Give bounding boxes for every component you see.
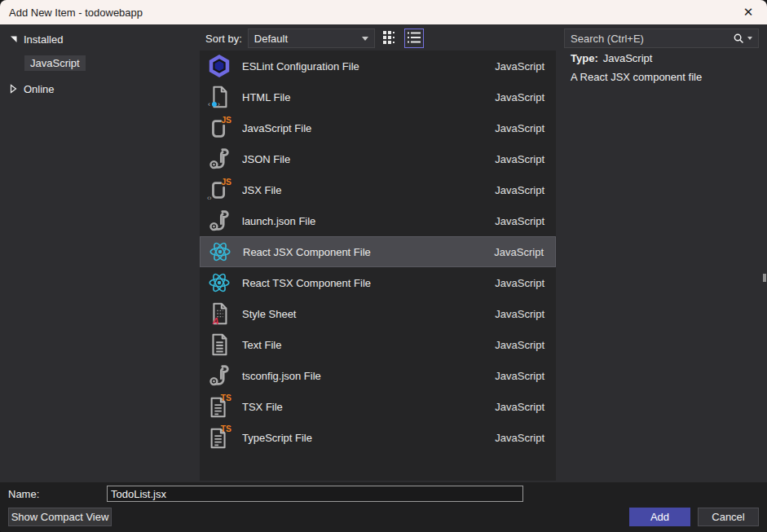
sort-by-label: Sort by: xyxy=(205,33,242,45)
template-list-row[interactable]: tsconfig.json File JavaScript xyxy=(200,360,556,391)
template-tree-sidebar: Installed JavaScript Online xyxy=(0,24,200,482)
template-category: JavaScript xyxy=(495,339,544,351)
template-list-row[interactable]: JS JavaScript File JavaScript xyxy=(200,112,556,143)
template-name: ESLint Configuration File xyxy=(242,60,495,73)
template-name: React TSX Component File xyxy=(242,277,495,289)
dialog-title: Add New Item - todowebapp xyxy=(0,7,143,19)
html-file-icon: ‹› xyxy=(206,84,232,110)
svg-text:TS: TS xyxy=(221,394,231,402)
template-category: JavaScript xyxy=(495,277,544,289)
name-input[interactable] xyxy=(107,486,523,502)
template-category: JavaScript xyxy=(495,153,544,165)
template-name: React JSX Component File xyxy=(243,246,494,258)
template-name: Style Sheet xyxy=(242,308,495,320)
add-new-item-dialog: Add New Item - todowebapp ✕ Installed Ja… xyxy=(0,0,767,532)
template-category: JavaScript xyxy=(495,432,544,444)
template-list-row[interactable]: launch.json File JavaScript xyxy=(200,205,556,236)
template-list-row[interactable]: React JSX Component File JavaScript xyxy=(200,236,556,267)
template-category: JavaScript xyxy=(495,308,544,320)
show-compact-view-button[interactable]: Show Compact View xyxy=(8,508,112,526)
template-category: JavaScript xyxy=(495,184,544,196)
style-sheet-icon: A xyxy=(206,301,232,327)
template-name: JSON File xyxy=(242,153,495,165)
svg-text:‹: ‹ xyxy=(208,100,210,108)
expanded-triangle-icon xyxy=(8,34,18,44)
template-category: JavaScript xyxy=(495,370,544,382)
scrollbar-thumb[interactable] xyxy=(763,274,766,282)
sort-dropdown[interactable]: Default xyxy=(248,29,375,48)
medium-icons-view-icon xyxy=(381,29,398,48)
sidebar-item-installed[interactable]: Installed xyxy=(8,31,200,47)
svg-text:A: A xyxy=(212,316,219,326)
sidebar-item-label: Online xyxy=(24,83,55,95)
react-icon xyxy=(207,239,233,265)
sidebar-item-javascript[interactable]: JavaScript xyxy=(24,55,200,71)
template-description: A React JSX component file xyxy=(571,71,762,83)
list-view-icon xyxy=(406,29,422,48)
name-label: Name: xyxy=(8,488,39,500)
template-list-row[interactable]: A Style Sheet JavaScript xyxy=(200,298,556,329)
list-view-button[interactable] xyxy=(404,29,424,48)
eslint-icon xyxy=(206,53,232,79)
json-file-icon xyxy=(206,208,232,234)
template-category: JavaScript xyxy=(494,246,544,258)
template-list-row[interactable]: Text File JavaScript xyxy=(200,329,556,360)
template-name: JSX File xyxy=(242,184,495,196)
type-label: Type: xyxy=(571,52,598,64)
template-name: TSX File xyxy=(242,401,495,413)
chevron-down-icon xyxy=(362,37,368,41)
sidebar-item-label: JavaScript xyxy=(24,55,86,71)
sort-dropdown-value: Default xyxy=(249,33,362,45)
template-list-row[interactable]: JS‹› JSX File JavaScript xyxy=(200,174,556,205)
add-button[interactable]: Add xyxy=(629,508,690,526)
template-category: JavaScript xyxy=(495,60,544,73)
type-value: JavaScript xyxy=(603,52,653,64)
template-name: tsconfig.json File xyxy=(242,370,495,382)
template-list-row[interactable]: TS TypeScript File JavaScript xyxy=(200,422,556,453)
search-box[interactable]: Search (Ctrl+E) xyxy=(564,29,759,48)
jsx-file-icon: JS‹› xyxy=(206,177,232,203)
svg-text:‹›: ‹› xyxy=(207,194,212,202)
template-name: JavaScript File xyxy=(242,122,495,134)
ts-file-icon: TS xyxy=(206,424,232,451)
title-bar: Add New Item - todowebapp ✕ xyxy=(0,0,767,24)
search-options-chevron-icon[interactable] xyxy=(747,37,752,40)
react-icon xyxy=(206,270,232,296)
template-info-panel: Type:JavaScript A React JSX component fi… xyxy=(571,52,762,90)
json-file-icon xyxy=(206,363,232,389)
search-input[interactable]: Search (Ctrl+E) xyxy=(565,33,733,45)
tsx-file-icon: TS xyxy=(206,394,232,420)
template-list-row[interactable]: React TSX Component File JavaScript xyxy=(200,267,556,298)
template-list-row[interactable]: ‹› HTML File JavaScript xyxy=(200,81,556,112)
svg-text:JS: JS xyxy=(221,116,231,125)
template-name: Text File xyxy=(242,339,495,351)
js-file-icon: JS xyxy=(206,115,232,141)
template-list-row[interactable]: TS TSX File JavaScript xyxy=(200,391,556,422)
template-list-row[interactable]: JSON File JavaScript xyxy=(200,143,556,174)
medium-icons-view-button[interactable] xyxy=(380,29,399,48)
sort-toolbar: Sort by: Default xyxy=(205,28,424,49)
sidebar-item-online[interactable]: Online xyxy=(8,81,200,97)
text-file-icon xyxy=(206,332,232,358)
sidebar-item-label: Installed xyxy=(24,33,63,46)
close-icon[interactable]: ✕ xyxy=(730,0,767,24)
cancel-button[interactable]: Cancel xyxy=(698,508,759,526)
svg-text:JS: JS xyxy=(221,178,231,187)
bottom-bar: Name: Show Compact View Add Cancel xyxy=(0,482,767,532)
template-name: TypeScript File xyxy=(242,432,495,444)
template-type-row: Type:JavaScript xyxy=(571,52,762,64)
template-list-row[interactable]: ESLint Configuration File JavaScript xyxy=(200,51,556,81)
collapsed-triangle-icon xyxy=(8,84,18,94)
template-list: ESLint Configuration File JavaScript ‹› … xyxy=(200,51,556,481)
template-name: HTML File xyxy=(242,91,495,103)
template-category: JavaScript xyxy=(495,91,544,103)
svg-text:TS: TS xyxy=(221,425,231,433)
template-category: JavaScript xyxy=(495,401,544,413)
svg-text:›: › xyxy=(218,100,220,108)
template-category: JavaScript xyxy=(495,215,544,227)
template-name: launch.json File xyxy=(242,215,495,227)
json-file-icon xyxy=(206,146,232,172)
search-icon[interactable] xyxy=(733,33,745,45)
template-category: JavaScript xyxy=(495,122,544,134)
